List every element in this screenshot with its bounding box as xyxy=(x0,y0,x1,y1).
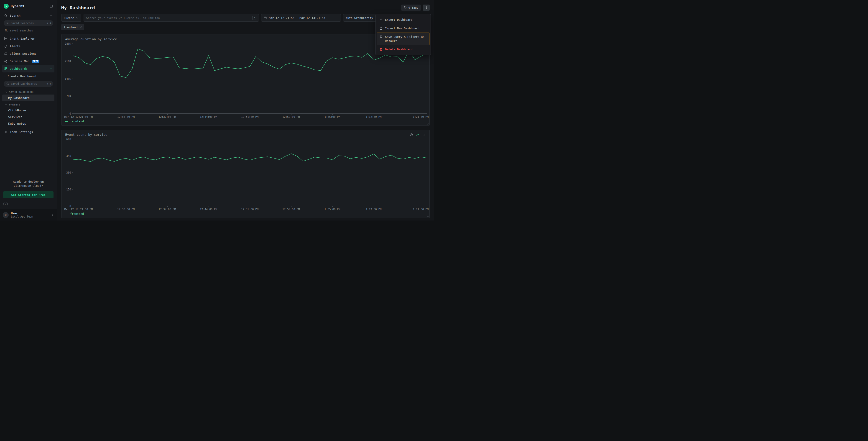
saved-searches-input[interactable] xyxy=(11,22,45,25)
search-icon xyxy=(4,14,7,17)
line-chart-icon[interactable] xyxy=(416,133,420,137)
section-label: PRESETS xyxy=(9,103,20,106)
y-axis: 0150300450600 xyxy=(63,139,73,206)
sidebar-dashboard-my-dashboard[interactable]: My Dashboard xyxy=(2,94,55,101)
chart-line-icon xyxy=(4,37,7,40)
create-dashboard-button[interactable]: + Create Dashboard xyxy=(2,72,55,80)
panel-resize-handle[interactable] xyxy=(426,122,429,125)
chart-legend: frontend xyxy=(61,119,429,125)
sidebar: HyperDX Search ⌘ K No saved searches Cha… xyxy=(0,0,57,220)
menu-item-label: Export Dashboard xyxy=(385,18,412,22)
user-name: User xyxy=(11,212,49,215)
tags-button[interactable]: 0 Tags xyxy=(401,5,421,11)
x-axis: Mar 12 12:21:00 PM12:30:00 PM12:37:00 PM… xyxy=(73,114,427,119)
time-range-picker[interactable]: Mar 12 12:21:53 - Mar 12 13:21:53 xyxy=(261,14,341,22)
chevron-down-icon xyxy=(5,91,7,93)
logo-row: HyperDX xyxy=(2,3,55,12)
menu-item-delete-dashboard[interactable]: Delete Dashboard xyxy=(377,45,429,54)
bell-icon xyxy=(4,45,7,48)
chart-panel-average-duration: Average duration by service 070K140K210K… xyxy=(61,34,430,126)
tags-button-label: 0 Tags xyxy=(408,6,418,9)
sidebar-item-dashboards[interactable]: Dashboards xyxy=(2,65,55,72)
search-icon xyxy=(6,22,9,25)
bar-chart-icon[interactable] xyxy=(423,133,426,137)
app-root: HyperDX Search ⌘ K No saved searches Cha… xyxy=(0,0,434,220)
dashboard-menu-button[interactable] xyxy=(423,5,430,11)
sidebar-preset-kubernetes[interactable]: Kubernetes xyxy=(2,120,55,127)
sidebar-item-chart-explorer[interactable]: Chart Explorer xyxy=(2,35,55,42)
app-title: HyperDX xyxy=(11,4,48,8)
sidebar-item-label: Service Map xyxy=(10,59,29,63)
event-search-box[interactable]: / xyxy=(84,14,259,22)
event-search-input[interactable] xyxy=(86,16,250,20)
chart-panel-event-count: Event count by service 0150 xyxy=(61,129,430,218)
chevron-up-icon xyxy=(50,14,53,17)
calendar-icon xyxy=(264,16,267,19)
shortcut-badge: ⌘ K xyxy=(47,83,51,85)
time-icon[interactable] xyxy=(410,133,413,137)
chevron-up-icon xyxy=(50,67,53,70)
get-started-button[interactable]: Get Started for Free xyxy=(3,192,54,198)
page-title: My Dashboard xyxy=(61,5,95,10)
clickhouse-cloud-promo-text: Ready to deploy on ClickHouse Cloud? xyxy=(0,177,57,191)
panel-resize-handle[interactable] xyxy=(426,215,429,217)
query-language-select[interactable]: Lucene xyxy=(61,14,81,22)
search-icon xyxy=(6,82,9,85)
saved-dashboards-input[interactable] xyxy=(11,82,45,85)
chevron-down-icon xyxy=(76,17,79,19)
x-axis: Mar 12 12:21:00 PM12:30:00 PM12:37:00 PM… xyxy=(73,206,427,211)
legend-color-swatch xyxy=(65,121,68,122)
user-team: Local App Team xyxy=(11,215,49,218)
slash-shortcut-badge: / xyxy=(252,16,256,20)
user-menu[interactable]: U User Local App Team xyxy=(0,209,57,220)
chart-plot-area[interactable] xyxy=(73,44,427,114)
sidebar-item-alerts[interactable]: Alerts xyxy=(2,42,55,50)
sidebar-item-service-map[interactable]: Service Map BETA xyxy=(2,57,55,65)
sidebar-item-label: Chart Explorer xyxy=(10,37,53,40)
query-language-value: Lucene xyxy=(64,16,74,20)
chart-legend: frontend xyxy=(61,211,429,218)
menu-item-save-default[interactable]: Save Query & Filters as Default xyxy=(377,33,429,45)
sidebar-collapse-icon[interactable] xyxy=(50,4,53,8)
sidebar-item-search[interactable]: Search xyxy=(2,12,55,19)
gear-icon xyxy=(4,130,7,134)
menu-item-import-dashboard[interactable]: Import New Dashboard xyxy=(377,24,429,33)
menu-item-label: Delete Dashboard xyxy=(385,48,412,52)
kebab-menu-icon xyxy=(425,6,428,9)
hyperdx-logo-icon xyxy=(4,4,9,9)
section-saved-dashboards[interactable]: SAVED DASHBOARDS xyxy=(2,89,55,94)
sidebar-item-label: Team Settings xyxy=(10,130,53,134)
chevron-right-icon xyxy=(51,213,54,217)
chart-title: Average duration by service xyxy=(65,37,117,41)
help-icon[interactable]: ? xyxy=(3,202,8,206)
sidebar-item-label: Dashboards xyxy=(10,67,47,70)
trash-icon xyxy=(379,48,383,51)
section-presets[interactable]: PRESETS xyxy=(2,101,55,107)
chart-plot-area[interactable] xyxy=(73,139,427,206)
grid-icon xyxy=(4,67,7,70)
avatar: U xyxy=(3,212,9,218)
saved-searches-search[interactable]: ⌘ K xyxy=(4,20,53,26)
filter-chip-label: frontend xyxy=(64,26,78,29)
sidebar-item-label: Alerts xyxy=(10,45,53,48)
legend-label[interactable]: frontend xyxy=(70,120,84,123)
chart-title: Event count by service xyxy=(65,133,107,137)
section-label: SAVED DASHBOARDS xyxy=(9,91,34,93)
sidebar-preset-services[interactable]: Services xyxy=(2,114,55,120)
main-content: My Dashboard 0 Tags Lucene / xyxy=(57,0,434,220)
saved-dashboards-search[interactable]: ⌘ K xyxy=(4,81,53,87)
legend-label[interactable]: frontend xyxy=(70,212,84,215)
legend-color-swatch xyxy=(65,214,68,214)
sidebar-item-client-sessions[interactable]: Client Sessions xyxy=(2,50,55,57)
sidebar-preset-clickhouse[interactable]: ClickHouse xyxy=(2,107,55,114)
filter-chip-frontend[interactable]: frontend xyxy=(61,24,84,30)
chip-close-icon[interactable] xyxy=(80,26,82,29)
sidebar-item-label: Search xyxy=(10,14,47,17)
beta-badge: BETA xyxy=(32,60,39,63)
tag-icon xyxy=(404,6,407,9)
shortcut-badge: ⌘ K xyxy=(47,22,51,25)
sidebar-item-label: Client Sessions xyxy=(10,52,53,55)
import-icon xyxy=(379,27,383,30)
menu-item-export-dashboard[interactable]: Export Dashboard xyxy=(377,16,429,24)
sidebar-item-team-settings[interactable]: Team Settings xyxy=(2,128,55,136)
